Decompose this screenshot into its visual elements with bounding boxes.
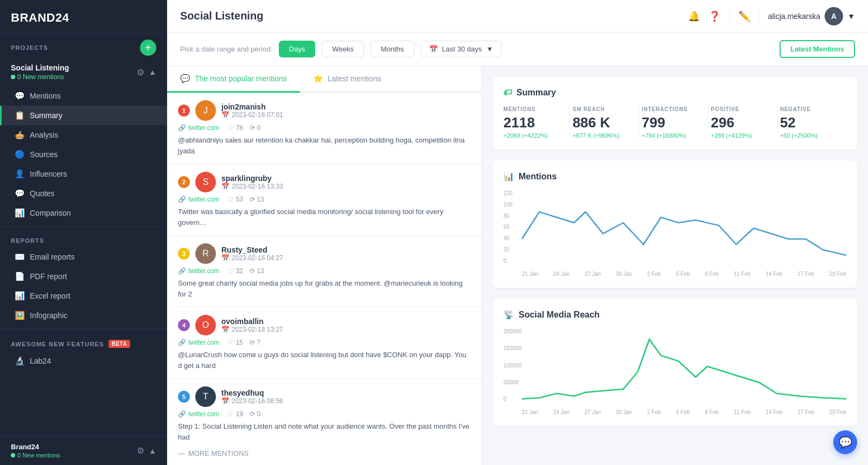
nav-infographic[interactable]: 🖼️ Infographic	[0, 306, 167, 325]
likes-stat: ♡ 15	[228, 339, 243, 346]
help-icon[interactable]: ❓	[709, 10, 720, 22]
y-label: 80	[503, 213, 520, 219]
more-mentions-button[interactable]: — MORE MENTIONS	[167, 442, 481, 465]
nav-email-reports[interactable]: ✉️ Email reports	[0, 247, 167, 267]
chat-support-button[interactable]: 💬	[833, 430, 857, 454]
likes-stat: ♡ 19	[228, 410, 243, 418]
mention-username: thesyedhuq	[221, 389, 470, 397]
nav-summary-label: Summary	[30, 111, 62, 120]
retweets-stat: ⟳ 7	[250, 339, 260, 346]
period-months-button[interactable]: Months	[371, 41, 414, 57]
y-label: 0	[503, 396, 520, 402]
mention-source[interactable]: 🔗 twitter.com	[178, 267, 219, 275]
edit-icon[interactable]: ✏️	[738, 10, 750, 22]
project-info: Social Listening 0 New mentions	[11, 63, 69, 81]
reach-chart-x-labels: 21 Jan24 Jan27 Jan30 Jan2 Feb5 Feb8 Feb1…	[522, 409, 846, 415]
metric-label: SM REACH	[572, 106, 630, 112]
mention-source[interactable]: 🔗 twitter.com	[178, 196, 219, 203]
x-label: 20 Feb	[829, 271, 846, 277]
project-name: Social Listening	[11, 63, 69, 72]
mention-num: 5	[178, 391, 190, 403]
mention-text: @LunarCrush how come u guys do social li…	[178, 350, 470, 371]
nav-lab24[interactable]: 🔬 Lab24	[0, 351, 167, 371]
mention-source-row: 🔗 twitter.com ♡ 53 ⟳ 13	[178, 196, 470, 203]
nav-analysis[interactable]: 🥧 Analysis	[0, 125, 167, 145]
analysis-icon: 🥧	[15, 130, 24, 140]
mention-avatar: S	[195, 172, 216, 192]
brand24-sub: 0 New mentions	[11, 452, 60, 458]
calendar-icon: 📅	[221, 397, 229, 405]
filterbar: Pick a date range and period: Days Weeks…	[167, 33, 868, 66]
latest-tab-label: Latest mentions	[328, 74, 381, 83]
mention-avatar: O	[195, 315, 216, 335]
mentions-chart-title: 📊 Mentions	[503, 171, 846, 182]
nav-sources[interactable]: 🔵 Sources	[0, 145, 167, 164]
mention-source[interactable]: 🔗 twitter.com	[178, 124, 219, 132]
brand24-settings-button[interactable]: ⚙	[137, 445, 144, 456]
lab-icon: 🔬	[15, 356, 24, 366]
add-project-button[interactable]: +	[140, 40, 156, 56]
list-item: 5 T thesyedhuq 📅 2023-02-16 08:56 🔗 twit…	[167, 379, 481, 442]
calendar-icon: 📅	[429, 45, 438, 53]
nav-analysis-label: Analysis	[30, 131, 58, 139]
mentions-tabs: 💬 The most popular mentions ⭐ Latest men…	[167, 66, 481, 93]
nav-comparison[interactable]: 📊 Comparison	[0, 203, 167, 223]
brand24-name: Brand24	[11, 443, 60, 451]
calendar-icon: 📅	[221, 111, 229, 119]
x-label: 8 Feb	[705, 409, 719, 415]
pdf-icon: 📄	[15, 272, 24, 281]
tab-latest-mentions[interactable]: ⭐ Latest mentions	[300, 66, 394, 93]
mentions-chart: 120100806040200 21 Jan24 Jan27 Jan30 Jan…	[503, 190, 846, 277]
metric-value: 52	[780, 114, 838, 131]
nav-summary[interactable]: 📋 Summary	[0, 106, 167, 125]
calendar-icon: 📅	[221, 326, 229, 333]
x-label: 8 Feb	[705, 271, 719, 277]
date-picker[interactable]: 📅 Last 30 days ▼	[421, 41, 502, 57]
wifi-icon: 📡	[503, 309, 514, 320]
nav-influencers[interactable]: 👤 Influencers	[0, 164, 167, 184]
x-label: 17 Feb	[797, 271, 814, 277]
metric-label: POSITIVE	[711, 106, 768, 112]
notifications-icon[interactable]: 🔔	[688, 10, 700, 22]
reach-chart-card: 📡 Social Media Reach 2000001500001000005…	[493, 299, 857, 426]
project-settings-button[interactable]: ⚙	[137, 67, 144, 78]
period-days-button[interactable]: Days	[279, 41, 316, 57]
avatar: A	[825, 7, 843, 25]
y-label: 50000	[503, 379, 520, 385]
projects-section: PROJECTS +	[0, 34, 167, 58]
x-label: 21 Jan	[522, 271, 538, 277]
mention-user-info: ovoimballin 📅 2023-02-18 13:27	[221, 317, 470, 333]
nav-excel-label: Excel report	[30, 292, 71, 300]
user-menu[interactable]: alicja.mekarska A ▼	[768, 7, 855, 25]
nav-pdf-report[interactable]: 📄 PDF report	[0, 267, 167, 286]
excel-icon: 📊	[15, 291, 24, 301]
nav-infographic-label: Infographic	[30, 311, 67, 320]
more-mentions-label: MORE MENTIONS	[188, 449, 248, 457]
project-collapse-icon[interactable]: ▲	[149, 68, 156, 76]
main-content: Social Listening 🔔 ❓ ✏️ alicja.mekarska …	[167, 0, 868, 465]
x-label: 24 Jan	[553, 271, 570, 277]
mention-user-info: join2manish 📅 2023-02-18 07:01	[221, 102, 470, 119]
mention-username: ovoimballin	[221, 317, 470, 326]
mentions-panel: 💬 The most popular mentions ⭐ Latest men…	[167, 66, 482, 465]
metric-label: INTERACTIONS	[642, 106, 699, 112]
stats-panel: 🏷 Summary MENTIONS 2118 +2069 (+4222%) S…	[482, 66, 868, 465]
brand24-expand-icon[interactable]: ▲	[149, 447, 156, 455]
mention-source[interactable]: 🔗 twitter.com	[178, 339, 219, 346]
latest-mentions-button[interactable]: Latest Mentions	[780, 40, 855, 58]
nav-excel-report[interactable]: 📊 Excel report	[0, 286, 167, 306]
x-label: 2 Feb	[647, 409, 661, 415]
metric-value: 296	[711, 114, 768, 131]
nav-mentions[interactable]: 💬 Mentions	[0, 86, 167, 106]
mentions-chart-svg-wrap	[522, 190, 846, 264]
mention-source[interactable]: 🔗 twitter.com	[178, 410, 219, 418]
nav-quotes[interactable]: 💬 Quotes	[0, 184, 167, 203]
x-label: 20 Feb	[829, 409, 846, 415]
nav-divider-2	[0, 328, 167, 329]
popular-tab-label: The most popular mentions	[195, 74, 287, 83]
period-weeks-button[interactable]: Weeks	[322, 41, 364, 57]
mention-num: 3	[178, 248, 190, 260]
tab-popular-mentions[interactable]: 💬 The most popular mentions	[167, 66, 300, 93]
mention-text: Step 1: Social Listening Listen and note…	[178, 421, 470, 442]
nav-sources-label: Sources	[30, 150, 58, 159]
